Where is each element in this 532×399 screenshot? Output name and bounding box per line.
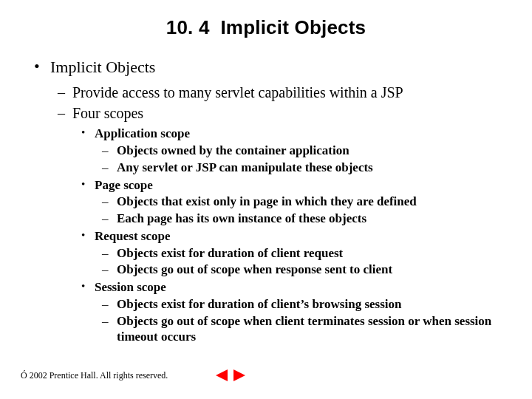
bullet-l1: Implicit Objects Provide access to many … xyxy=(30,57,502,345)
bullet-l4: Each page has its own instance of these … xyxy=(95,211,502,227)
bullet-l2: Provide access to many servlet capabilit… xyxy=(50,83,502,103)
bullet-l4: Objects go out of scope when response se… xyxy=(95,262,502,278)
slide-body: Implicit Objects Provide access to many … xyxy=(0,39,532,345)
bullet-l4: Objects that exist only in page in which… xyxy=(95,194,502,210)
bullet-l2: Four scopes Application scope Objects ow… xyxy=(50,104,502,345)
bullet-text: Each page has its own instance of these … xyxy=(117,211,366,225)
next-icon[interactable] xyxy=(232,372,247,385)
bullet-text: Four scopes xyxy=(72,105,143,121)
bullet-text: Page scope xyxy=(95,178,153,192)
bullet-text: Request scope xyxy=(95,229,170,243)
bullet-l4: Objects exist for duration of client’s b… xyxy=(95,296,502,313)
bullet-l4: Objects exist for duration of client req… xyxy=(95,245,502,262)
bullet-l4: Objects go out of scope when client term… xyxy=(95,313,502,346)
bullet-text: Objects that exist only in page in which… xyxy=(117,194,417,208)
bullet-text: Any servlet or JSP can manipulate these … xyxy=(117,160,373,174)
bullet-l4: Objects owned by the container applicati… xyxy=(95,143,502,159)
bullet-text: Session scope xyxy=(95,280,166,294)
bullet-text: Objects exist for duration of client’s b… xyxy=(117,297,402,311)
prev-icon[interactable] xyxy=(214,372,232,385)
bullet-l3: Request scope Objects exist for duration… xyxy=(72,228,502,278)
bullet-text: Objects exist for duration of client req… xyxy=(117,246,343,260)
bullet-text: Objects go out of scope when response se… xyxy=(117,262,392,276)
bullet-text: Objects owned by the container applicati… xyxy=(117,143,349,157)
title-number: 10. 4 xyxy=(166,16,210,38)
bullet-l3: Application scope Objects owned by the c… xyxy=(72,126,502,175)
slide-title: 10. 4 Implicit Objects xyxy=(0,0,532,39)
title-text: Implicit Objects xyxy=(220,16,366,38)
bullet-text: Application scope xyxy=(95,126,190,140)
bullet-l3: Session scope Objects exist for duration… xyxy=(72,279,502,345)
copyright-footer: Ó 2002 Prentice Hall. All rights reserve… xyxy=(21,370,168,381)
copyright-symbol: Ó xyxy=(21,370,27,381)
bullet-text: Objects go out of scope when client term… xyxy=(117,314,491,344)
bullet-l4: Any servlet or JSP can manipulate these … xyxy=(95,160,502,176)
bullet-l3: Page scope Objects that exist only in pa… xyxy=(72,177,502,227)
svg-marker-0 xyxy=(216,369,228,381)
copyright-text: 2002 Prentice Hall. All rights reserved. xyxy=(30,370,168,381)
bullet-text: Provide access to many servlet capabilit… xyxy=(72,84,403,100)
bullet-text: Implicit Objects xyxy=(50,58,155,76)
nav-controls xyxy=(214,368,247,386)
slide: 10. 4 Implicit Objects Implicit Objects … xyxy=(0,0,532,399)
svg-marker-1 xyxy=(233,369,245,381)
